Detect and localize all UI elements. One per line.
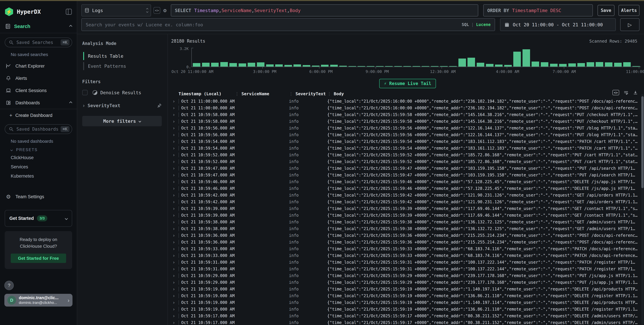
table-row[interactable]: ›Oct 21 10:59:52.000 AMinfo{"time_local"… xyxy=(171,152,644,158)
row-expand-icon[interactable]: › xyxy=(171,314,178,319)
table-row[interactable]: ›Oct 21 10:59:54.000 AMinfo{"time_local"… xyxy=(171,138,644,145)
row-expand-icon[interactable]: › xyxy=(171,307,178,312)
table-row[interactable]: ›Oct 21 10:59:42.000 AMinfo{"time_local"… xyxy=(171,199,644,205)
preset-kubernetes[interactable]: Kubernetes xyxy=(0,172,77,181)
pin-icon[interactable] xyxy=(157,103,162,108)
column-resize-handle[interactable]: ⋮ xyxy=(289,91,293,96)
row-expand-icon[interactable]: › xyxy=(171,173,178,178)
row-expand-icon[interactable]: › xyxy=(171,199,178,204)
table-row[interactable]: ›Oct 21 10:59:17.000 AMinfo{"time_local"… xyxy=(171,319,644,325)
row-expand-icon[interactable]: › xyxy=(171,166,178,171)
gear-icon[interactable]: ⚙ xyxy=(162,7,168,14)
more-filters-button[interactable]: More filters xyxy=(82,116,162,126)
row-expand-icon[interactable]: › xyxy=(171,186,178,191)
table-row[interactable]: ›Oct 21 10:59:17.000 AMinfo{"time_local"… xyxy=(171,313,644,319)
severity-filter-group[interactable]: › SeverityText xyxy=(82,103,162,108)
table-row[interactable]: ›Oct 21 10:59:46.000 AMinfo{"time_local"… xyxy=(171,178,644,185)
row-expand-icon[interactable]: › xyxy=(171,126,178,131)
chevron-up-icon[interactable] xyxy=(69,25,72,28)
row-expand-icon[interactable]: › xyxy=(171,112,178,117)
table-row[interactable]: ›Oct 21 11:00:00.000 AMinfo{"time_local"… xyxy=(171,98,644,105)
table-row[interactable]: ›Oct 21 10:59:33.000 AMinfo{"time_local"… xyxy=(171,252,644,259)
collapse-sidebar-icon[interactable] xyxy=(66,9,72,15)
help-button[interactable]: ? xyxy=(4,281,14,290)
table-row[interactable]: ›Oct 21 10:59:56.000 AMinfo{"time_local"… xyxy=(171,125,644,131)
table-row[interactable]: ›Oct 21 10:59:29.000 AMinfo{"time_local"… xyxy=(171,272,644,279)
histogram-chart[interactable]: 3.2K 0 xyxy=(171,48,641,67)
col-body[interactable]: ⋮Body xyxy=(327,91,620,96)
column-resize-handle[interactable]: ⋮ xyxy=(327,91,332,96)
preset-clickhouse[interactable]: ClickHouse xyxy=(0,153,77,162)
sidebar-item-dashboards[interactable]: Dashboards xyxy=(0,97,77,109)
mode-results-table[interactable]: Results Table xyxy=(83,51,162,61)
chevron-right-icon[interactable]: › xyxy=(82,103,85,108)
row-expand-icon[interactable]: › xyxy=(171,152,178,157)
table-row[interactable]: ›Oct 21 10:59:19.000 AMinfo{"time_local"… xyxy=(171,286,644,293)
row-expand-icon[interactable]: › xyxy=(171,253,178,258)
preset-services[interactable]: Services xyxy=(0,162,77,172)
table-row[interactable]: ›Oct 21 10:59:42.000 AMinfo{"time_local"… xyxy=(171,192,644,199)
row-expand-icon[interactable]: › xyxy=(171,293,178,298)
row-expand-icon[interactable]: › xyxy=(171,240,178,245)
expand-json-icon[interactable]: <> xyxy=(612,90,619,95)
table-row[interactable]: ›Oct 21 10:59:19.000 AMinfo{"time_local"… xyxy=(171,293,644,299)
table-row[interactable]: ›Oct 21 10:59:29.000 AMinfo{"time_local"… xyxy=(171,279,644,286)
row-expand-icon[interactable]: › xyxy=(171,213,178,218)
table-row[interactable]: ›Oct 21 10:59:36.000 AMinfo{"time_local"… xyxy=(171,232,644,239)
search-input[interactable]: Search your events w/ Lucene ex. column:… xyxy=(82,18,495,31)
row-expand-icon[interactable]: › xyxy=(171,132,178,137)
saved-searches-input[interactable]: Saved Searches ⌘K xyxy=(5,37,72,47)
denoise-results-row[interactable]: Denoise Results xyxy=(82,90,162,95)
row-expand-icon[interactable]: › xyxy=(171,179,178,184)
table-row[interactable]: ›Oct 21 10:59:31.000 AMinfo{"time_local"… xyxy=(171,259,644,266)
wrap-lines-icon[interactable] xyxy=(624,90,628,95)
denoise-checkbox[interactable] xyxy=(82,90,88,95)
row-expand-icon[interactable]: › xyxy=(171,267,178,272)
table-row[interactable]: ›Oct 21 10:59:38.000 AMinfo{"time_local"… xyxy=(171,225,644,232)
row-expand-icon[interactable]: › xyxy=(171,280,178,285)
table-row[interactable]: ›Oct 21 10:59:47.000 AMinfo{"time_local"… xyxy=(171,165,644,172)
table-row[interactable]: ›Oct 21 10:59:36.000 AMinfo{"time_local"… xyxy=(171,239,644,246)
date-range-picker[interactable]: Oct 20 11:00:00 - Oct 21 11:00:00 xyxy=(500,18,616,31)
col-servicename[interactable]: ⋮ServiceName xyxy=(235,91,289,96)
table-row[interactable]: ›Oct 21 10:59:33.000 AMinfo{"time_local"… xyxy=(171,246,644,252)
row-expand-icon[interactable]: › xyxy=(171,287,178,292)
table-row[interactable]: ›Oct 21 10:59:52.000 AMinfo{"time_local"… xyxy=(171,158,644,165)
select-columns-input[interactable]: SELECTTimestamp,ServiceName,SeverityText… xyxy=(171,4,478,16)
run-query-button[interactable]: ▷ xyxy=(620,18,640,31)
row-expand-icon[interactable]: › xyxy=(171,139,178,144)
get-started-free-button[interactable]: Get Started for Free xyxy=(11,254,66,263)
get-started-accordion[interactable]: Get Started 3/3 xyxy=(5,210,72,227)
table-row[interactable]: ›Oct 21 10:59:31.000 AMinfo{"time_local"… xyxy=(171,266,644,272)
col-timestamp[interactable]: Timestamp (Local) xyxy=(178,91,235,96)
source-select[interactable]: Logs xyxy=(82,4,151,16)
row-expand-icon[interactable]: › xyxy=(171,273,178,278)
chevron-up-icon[interactable] xyxy=(69,101,72,104)
column-resize-handle[interactable]: ⋮ xyxy=(235,91,239,96)
mode-event-patterns[interactable]: Event Patterns xyxy=(83,61,162,71)
table-row[interactable]: ›Oct 21 11:00:00.000 AMinfo{"time_local"… xyxy=(171,105,644,111)
table-row[interactable]: ›Oct 21 10:59:47.000 AMinfo{"time_local"… xyxy=(171,172,644,178)
row-expand-icon[interactable]: › xyxy=(171,159,178,164)
row-expand-icon[interactable]: › xyxy=(171,320,178,325)
order-by-input[interactable]: ORDER BY TimestampTime DESC xyxy=(483,4,593,16)
alerts-button[interactable]: Alerts xyxy=(618,5,640,16)
table-row[interactable]: ›Oct 21 10:59:58.000 AMinfo{"time_local"… xyxy=(171,111,644,118)
row-expand-icon[interactable]: › xyxy=(171,193,178,198)
table-row[interactable]: ›Oct 21 10:59:58.000 AMinfo{"time_local"… xyxy=(171,118,644,125)
user-menu[interactable]: D dominic.tran@clic... dominic.tran@clic… xyxy=(4,294,72,307)
sql-mode-toggle[interactable]: SQL xyxy=(462,22,469,27)
sidebar-item-search[interactable]: Search xyxy=(0,21,77,33)
code-view-button[interactable]: <> xyxy=(154,7,160,14)
row-expand-icon[interactable]: › xyxy=(171,220,178,225)
row-expand-icon[interactable]: › xyxy=(171,99,178,104)
lucene-mode-toggle[interactable]: Lucene xyxy=(476,22,491,27)
saved-dashboards-input[interactable]: Saved Dashboards ⌘K xyxy=(5,124,72,134)
row-expand-icon[interactable]: › xyxy=(171,105,178,110)
sidebar-item-alerts[interactable]: Alerts xyxy=(0,72,77,84)
table-row[interactable]: ›Oct 21 10:59:46.000 AMinfo{"time_local"… xyxy=(171,185,644,192)
resume-live-tail-button[interactable]: ⚡ Resume Live Tail xyxy=(379,79,436,88)
create-dashboard-button[interactable]: + Create Dashboard xyxy=(0,109,77,120)
table-row[interactable]: ›Oct 21 10:59:56.000 AMinfo{"time_local"… xyxy=(171,131,644,138)
table-row[interactable]: ›Oct 21 10:59:39.000 AMinfo{"time_local"… xyxy=(171,212,644,219)
